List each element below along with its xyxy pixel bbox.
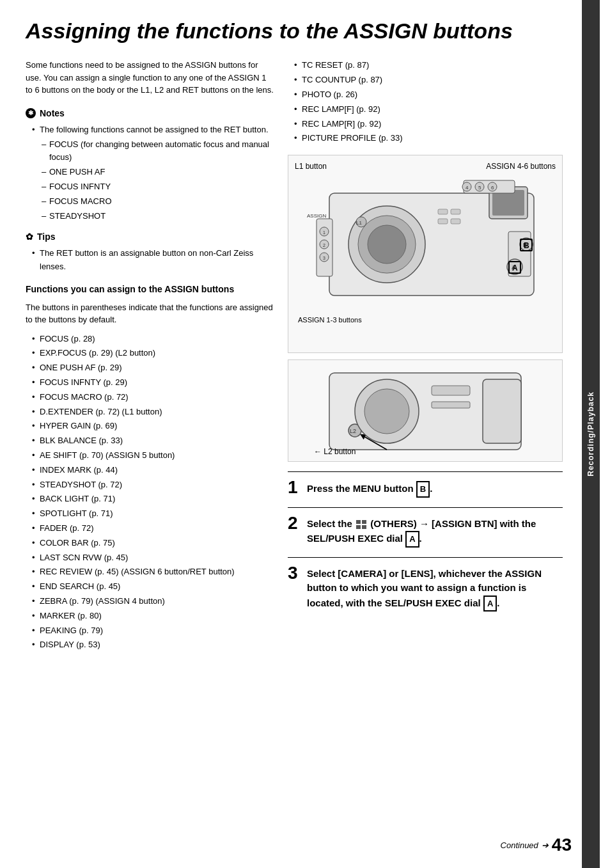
list-item: DISPLAY (p. 53) — [32, 638, 275, 652]
side-tab: Recording/Playback — [582, 0, 600, 868]
label-l2: ← L2 button — [314, 447, 356, 456]
list-item: AE SHIFT (p. 70) (ASSIGN 5 button) — [32, 449, 275, 462]
step2-row: 2 Select the (OTHERS) → [ASSIGN BTN] wit… — [288, 514, 563, 548]
list-item: D.EXTENDER (p. 72) (L1 button) — [32, 406, 275, 419]
svg-rect-46 — [362, 520, 366, 524]
svg-rect-5 — [492, 190, 524, 216]
notes-list: The following functions cannot be assign… — [32, 123, 275, 223]
svg-text:5: 5 — [478, 185, 481, 191]
svg-text:A: A — [512, 264, 518, 272]
svg-text:L2: L2 — [350, 428, 356, 434]
camera-diagram-bottom: L2 — [288, 359, 563, 462]
step3-box-label: A — [483, 596, 497, 612]
functions-list: FOCUS (p. 28) EXP.FOCUS (p. 29) (L2 butt… — [32, 333, 275, 652]
camera-diagram-top: L1 button ASSIGN 4-6 buttons — [288, 155, 563, 353]
step2-box-label: A — [405, 531, 419, 548]
page-title: Assigning the functions to the ASSIGN bu… — [26, 19, 563, 43]
grid-icon — [356, 520, 366, 529]
svg-text:L1: L1 — [356, 220, 362, 226]
svg-text:ASSIGN: ASSIGN — [307, 213, 326, 219]
tips-icon: ✿ — [26, 232, 33, 242]
step1-box-label: B — [416, 481, 430, 498]
label-assign46: ASSIGN 4-6 buttons — [486, 162, 556, 171]
svg-rect-28 — [438, 209, 448, 214]
list-item: INDEX MARK (p. 44) — [32, 464, 275, 477]
list-item: MARKER (p. 80) — [32, 610, 275, 623]
page-number: 43 — [552, 835, 572, 855]
list-item: PEAKING (p. 79) — [32, 624, 275, 638]
step3-text: Select [CAMERA] or [LENS], whichever the… — [307, 564, 563, 612]
list-item: END SEARCH (p. 45) — [32, 580, 275, 594]
label-l1: L1 button — [295, 162, 327, 171]
arrow-icon: ➔ — [542, 840, 549, 850]
right-column-list: TC RESET (p. 87) TC COUNTUP (p. 87) PHOT… — [294, 59, 563, 145]
list-item: BACK LIGHT (p. 71) — [32, 493, 275, 506]
list-item: PHOTO (p. 26) — [294, 88, 563, 102]
list-item: STEADYSHOT (p. 72) — [32, 478, 275, 492]
camera-svg-top: 4 5 6 L1 1 2 — [295, 174, 556, 327]
list-item: ZEBRA (p. 79) (ASSIGN 4 button) — [32, 595, 275, 608]
step3-number: 3 — [288, 564, 301, 582]
svg-text:1: 1 — [323, 230, 325, 235]
svg-rect-45 — [356, 520, 361, 524]
list-item: REC LAMP[F] (p. 92) — [294, 103, 563, 116]
list-item: EXP.FOCUS (p. 29) (L2 button) — [32, 347, 275, 360]
list-item: SPOTLIGHT (p. 71) — [32, 507, 275, 521]
svg-rect-29 — [451, 209, 460, 214]
step2-divider — [288, 507, 563, 508]
list-item: ONE PUSH AF — [42, 166, 275, 179]
label-assign13: ASSIGN 1-3 buttons — [298, 316, 362, 324]
svg-text:B: B — [524, 241, 529, 250]
list-item: PICTURE PROFILE (p. 33) — [294, 132, 563, 145]
step1-row: 1 Press the MENU button B. — [288, 478, 563, 498]
svg-point-42 — [364, 389, 409, 434]
list-item: HYPER GAIN (p. 69) — [32, 420, 275, 433]
svg-text:6: 6 — [491, 185, 494, 191]
side-tab-label: Recording/Playback — [586, 391, 595, 477]
step1-text: Press the MENU button B. — [307, 478, 432, 498]
svg-rect-48 — [362, 525, 366, 529]
svg-rect-44 — [432, 402, 470, 408]
list-item: The RET button is an assignable button o… — [32, 247, 275, 274]
tips-list: The RET button is an assignable button o… — [32, 247, 275, 274]
notes-header: ✱ Notes — [26, 108, 275, 118]
list-item: FOCUS MACRO (p. 72) — [32, 391, 275, 404]
functions-title: Functions you can assign to the ASSIGN b… — [26, 283, 275, 296]
list-item: COLOR BAR (p. 75) — [32, 537, 275, 550]
list-item: TC RESET (p. 87) — [294, 59, 563, 72]
svg-rect-31 — [451, 219, 460, 224]
list-item: FOCUS INFNTY (p. 29) — [32, 376, 275, 390]
svg-point-3 — [368, 225, 406, 264]
step3-divider — [288, 557, 563, 558]
list-item: FADER (p. 72) — [32, 522, 275, 535]
svg-rect-37 — [483, 379, 521, 443]
notes-icon: ✱ — [26, 108, 36, 118]
list-item: ONE PUSH AF (p. 29) — [32, 361, 275, 375]
list-item: FOCUS INFNTY — [42, 180, 275, 194]
list-item: FOCUS (for changing between automatic fo… — [42, 138, 275, 165]
step1-number: 1 — [288, 478, 301, 496]
step2-number: 2 — [288, 514, 301, 532]
list-item: FOCUS MACRO — [42, 195, 275, 209]
list-item: The following functions cannot be assign… — [32, 123, 275, 137]
svg-rect-43 — [432, 386, 470, 395]
footer: Continued ➔ 43 — [501, 835, 572, 855]
list-item: BLK BALANCE (p. 33) — [32, 434, 275, 448]
svg-rect-30 — [438, 219, 448, 224]
camera-svg-bottom: L2 — [295, 367, 556, 456]
list-item: FOCUS (p. 28) — [32, 333, 275, 346]
step3-row: 3 Select [CAMERA] or [LENS], whichever t… — [288, 564, 563, 612]
svg-text:3: 3 — [323, 256, 325, 260]
list-item: TC COUNTUP (p. 87) — [294, 74, 563, 87]
step1-divider — [288, 471, 563, 472]
step2-text: Select the (OTHERS) → [ASSIGN BTN] with … — [307, 514, 563, 548]
svg-rect-47 — [356, 525, 361, 529]
list-item: STEADYSHOT — [42, 210, 275, 223]
tips-header: ✿ Tips — [26, 232, 275, 242]
list-item: REC LAMP[R] (p. 92) — [294, 118, 563, 131]
list-item: LAST SCN RVW (p. 45) — [32, 551, 275, 565]
functions-body: The buttons in parentheses indicate that… — [26, 301, 275, 326]
list-item: REC REVIEW (p. 45) (ASSIGN 6 button/RET … — [32, 565, 275, 579]
svg-text:4: 4 — [465, 185, 469, 191]
svg-text:2: 2 — [323, 243, 325, 248]
